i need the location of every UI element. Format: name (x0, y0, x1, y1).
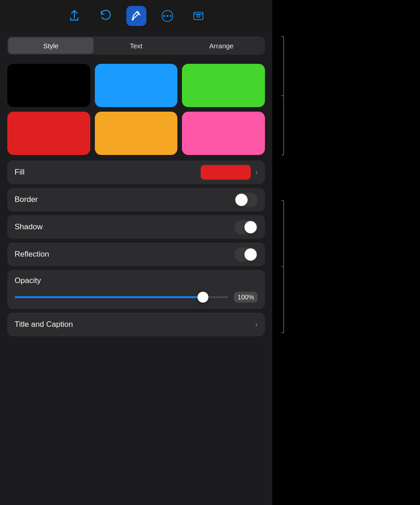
fill-color-swatch[interactable] (201, 165, 251, 180)
tab-text[interactable]: Text (93, 37, 179, 54)
svg-point-0 (132, 19, 134, 21)
border-label: Border (15, 195, 38, 204)
fill-label: Fill (15, 168, 25, 177)
reflection-toggle[interactable] (234, 247, 258, 262)
reflection-toggle-knob (244, 248, 257, 261)
swatch-blue[interactable] (95, 64, 178, 107)
tab-style[interactable]: Style (8, 37, 93, 54)
swatch-orange[interactable] (95, 112, 178, 155)
swatch-green[interactable] (182, 64, 265, 107)
title-caption-chevron: › (255, 320, 258, 329)
toolbar (0, 0, 272, 31)
right-area (272, 0, 420, 505)
fill-right: › (201, 165, 258, 180)
border-toggle[interactable] (234, 193, 258, 207)
title-caption-label: Title and Caption (15, 320, 73, 329)
share-button[interactable] (64, 6, 84, 26)
opacity-section: Opacity 100% (7, 270, 265, 309)
svg-rect-5 (194, 12, 203, 20)
view-button[interactable] (188, 6, 208, 26)
brush-button[interactable] (126, 6, 146, 26)
border-toggle-knob (235, 194, 248, 206)
swatch-pink[interactable] (182, 112, 265, 155)
svg-point-6 (197, 15, 200, 17)
tab-arrange[interactable]: Arrange (179, 37, 264, 54)
swatches-grid (7, 64, 265, 155)
opacity-row: 100% (15, 292, 258, 303)
svg-point-1 (163, 15, 165, 17)
opacity-slider[interactable] (15, 292, 228, 302)
bracket-top-decoration (272, 32, 286, 160)
shadow-label: Shadow (15, 222, 42, 232)
slider-fill (15, 296, 203, 298)
tab-bar: Style Text Arrange (7, 36, 265, 55)
slider-track (15, 296, 228, 298)
fill-row[interactable]: Fill › (7, 160, 265, 184)
fill-chevron: › (255, 168, 258, 176)
opacity-label: Opacity (15, 276, 258, 285)
undo-button[interactable] (95, 6, 115, 26)
shadow-row[interactable]: Shadow (7, 215, 265, 239)
reflection-row[interactable]: Reflection (7, 242, 265, 266)
more-button[interactable] (157, 6, 177, 26)
border-row[interactable]: Border (7, 188, 265, 211)
color-swatches-section (0, 60, 272, 160)
bracket-bottom-decoration (272, 196, 286, 337)
shadow-toggle[interactable] (234, 220, 258, 234)
svg-point-2 (166, 15, 168, 17)
swatch-red[interactable] (7, 112, 90, 155)
title-caption-row[interactable]: Title and Caption › (7, 313, 265, 336)
svg-point-3 (170, 15, 171, 17)
swatch-black[interactable] (7, 64, 90, 107)
properties-section: Fill › Border Shadow Reflection (0, 160, 272, 266)
shadow-toggle-knob (244, 221, 257, 233)
opacity-value: 100% (234, 292, 258, 303)
slider-thumb[interactable] (197, 292, 208, 303)
reflection-label: Reflection (15, 250, 49, 259)
